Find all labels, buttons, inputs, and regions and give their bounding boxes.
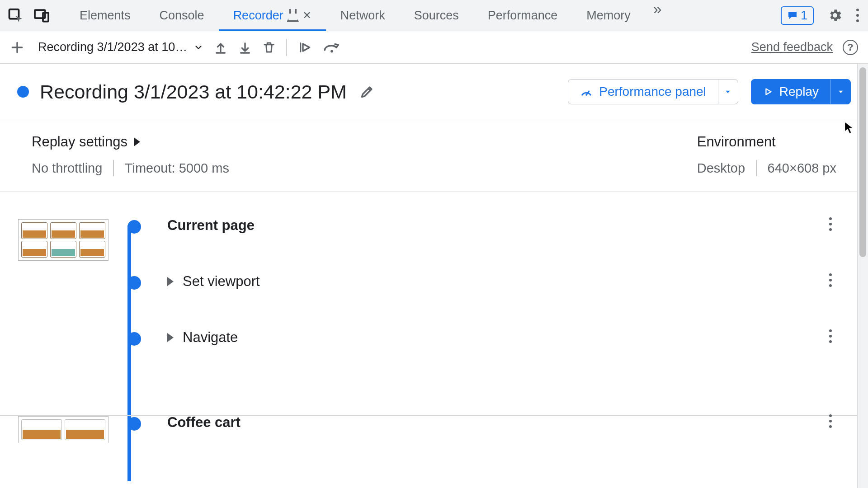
tab-label: Performance xyxy=(488,9,558,23)
step-menu-icon[interactable] xyxy=(829,329,832,343)
tab-sources[interactable]: Sources xyxy=(400,0,473,31)
pencil-icon[interactable] xyxy=(358,84,375,99)
gear-icon[interactable] xyxy=(827,8,843,23)
kebab-icon[interactable] xyxy=(856,9,859,22)
new-recording-icon[interactable] xyxy=(10,40,24,55)
separator xyxy=(756,160,757,176)
feedback-label: Send feedback xyxy=(751,40,833,54)
timeout-value: Timeout: 5000 ms xyxy=(125,161,229,176)
device-toggle-icon[interactable] xyxy=(33,7,50,23)
tab-label: Sources xyxy=(414,9,459,23)
gauge-icon xyxy=(580,85,593,98)
issues-badge[interactable]: 1 xyxy=(781,6,814,25)
flask-icon xyxy=(288,9,298,22)
step-over-icon[interactable] xyxy=(323,41,341,54)
chevron-down-icon xyxy=(193,42,203,52)
tab-network[interactable]: Network xyxy=(326,0,400,31)
step-label: Navigate xyxy=(183,329,238,346)
tab-memory[interactable]: Memory xyxy=(572,0,645,31)
svg-point-3 xyxy=(330,50,333,52)
perf-button-label: Performance panel xyxy=(599,84,706,99)
inspect-icon[interactable] xyxy=(7,7,24,23)
step-menu-icon[interactable] xyxy=(829,217,832,231)
step-menu-icon[interactable] xyxy=(829,414,832,428)
chevron-right-icon xyxy=(167,277,174,286)
timeline-node-icon xyxy=(127,417,141,431)
send-feedback-link[interactable]: Send feedback xyxy=(751,40,833,54)
tab-label: Console xyxy=(160,9,204,23)
env-viewport: 640×608 px xyxy=(768,161,836,176)
help-icon[interactable]: ? xyxy=(843,40,858,55)
performance-panel-button[interactable]: Performance panel xyxy=(568,79,738,104)
step-menu-icon[interactable] xyxy=(829,273,832,287)
recording-select-label: Recording 3/1/2023 at 10… xyxy=(38,40,187,54)
timeline-node-icon xyxy=(127,276,141,290)
replay-button-label: Replay xyxy=(779,84,819,99)
play-icon xyxy=(763,87,773,97)
import-icon[interactable] xyxy=(213,40,228,55)
recording-select[interactable]: Recording 3/1/2023 at 10… xyxy=(38,40,203,54)
export-icon[interactable] xyxy=(238,40,252,55)
replay-button[interactable]: Replay xyxy=(751,79,851,104)
tab-recorder[interactable]: Recorder ✕ xyxy=(219,0,326,31)
step-label: Current page xyxy=(167,217,255,234)
recording-title: Recording 3/1/2023 at 10:42:22 PM xyxy=(40,81,347,103)
step-current-page[interactable]: Current page xyxy=(18,217,850,273)
tab-label: Elements xyxy=(80,9,131,23)
chevron-right-icon xyxy=(134,137,140,146)
environment-label: Environment xyxy=(697,134,836,150)
step-navigate[interactable]: Navigate xyxy=(18,329,850,385)
perf-button-caret[interactable] xyxy=(718,80,738,104)
separator xyxy=(286,39,287,56)
tab-console[interactable]: Console xyxy=(145,0,219,31)
step-coffee-cart[interactable]: Coffee cart xyxy=(18,414,850,470)
throttling-value: No throttling xyxy=(32,161,102,176)
tab-label: Network xyxy=(340,9,385,23)
tab-performance[interactable]: Performance xyxy=(473,0,572,31)
replay-slow-icon[interactable] xyxy=(297,40,313,55)
separator xyxy=(113,160,114,176)
record-indicator-icon xyxy=(17,86,29,98)
svg-point-4 xyxy=(586,94,588,96)
replay-settings-label: Replay settings xyxy=(32,134,127,150)
mouse-cursor-icon xyxy=(844,121,854,135)
step-set-viewport[interactable]: Set viewport xyxy=(18,273,850,329)
more-tabs-icon[interactable]: » xyxy=(653,0,657,31)
chevron-right-icon xyxy=(167,333,174,342)
tab-label: Memory xyxy=(586,9,631,23)
step-label: Set viewport xyxy=(183,273,260,290)
message-icon xyxy=(787,10,798,21)
issues-count: 1 xyxy=(801,9,807,23)
replay-settings-toggle[interactable]: Replay settings xyxy=(32,134,229,150)
tab-label: Recorder xyxy=(233,9,283,23)
close-icon[interactable]: ✕ xyxy=(302,9,311,22)
replay-button-caret[interactable] xyxy=(830,80,850,104)
step-label: Coffee cart xyxy=(167,414,241,431)
scrollbar-thumb[interactable] xyxy=(859,67,866,257)
tab-elements[interactable]: Elements xyxy=(65,0,145,31)
vertical-scrollbar[interactable] xyxy=(857,64,868,488)
step-thumbnail xyxy=(18,416,108,443)
delete-icon[interactable] xyxy=(262,40,276,55)
step-thumbnail xyxy=(18,219,108,261)
timeline-node-icon xyxy=(127,220,141,234)
timeline-node-icon xyxy=(127,332,141,346)
env-device: Desktop xyxy=(697,161,745,176)
